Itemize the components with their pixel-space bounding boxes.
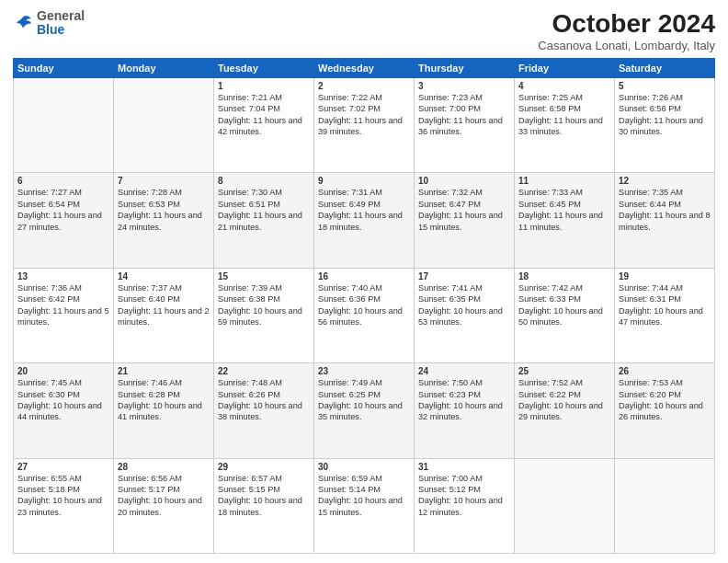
calendar-table: SundayMondayTuesdayWednesdayThursdayFrid… bbox=[13, 58, 715, 554]
day-info: Sunrise: 6:57 AMSunset: 5:15 PMDaylight:… bbox=[218, 473, 310, 519]
sunrise-text: Sunrise: 7:48 AM bbox=[218, 377, 310, 388]
daylight-text: Daylight: 11 hours and 11 minutes. bbox=[518, 210, 610, 233]
weekday-header-sunday: Sunday bbox=[14, 59, 114, 78]
calendar-day-cell: 3Sunrise: 7:23 AMSunset: 7:00 PMDaylight… bbox=[415, 78, 515, 173]
daylight-text: Daylight: 11 hours and 42 minutes. bbox=[218, 115, 310, 138]
sunset-text: Sunset: 7:02 PM bbox=[318, 103, 410, 114]
sunset-text: Sunset: 5:18 PM bbox=[17, 484, 109, 495]
calendar-day-cell: 6Sunrise: 7:27 AMSunset: 6:54 PMDaylight… bbox=[14, 173, 114, 268]
day-number: 14 bbox=[118, 271, 210, 282]
calendar-day-cell: 21Sunrise: 7:46 AMSunset: 6:28 PMDayligh… bbox=[114, 363, 214, 458]
daylight-text: Daylight: 10 hours and 32 minutes. bbox=[418, 400, 510, 423]
sunset-text: Sunset: 6:38 PM bbox=[218, 293, 310, 304]
calendar-day-cell: 15Sunrise: 7:39 AMSunset: 6:38 PMDayligh… bbox=[214, 268, 314, 362]
calendar-week-row: 6Sunrise: 7:27 AMSunset: 6:54 PMDaylight… bbox=[14, 173, 715, 268]
sunrise-text: Sunrise: 7:37 AM bbox=[118, 282, 210, 293]
calendar-day-cell: 11Sunrise: 7:33 AMSunset: 6:45 PMDayligh… bbox=[515, 173, 615, 268]
sunset-text: Sunset: 6:44 PM bbox=[619, 199, 711, 210]
day-number: 31 bbox=[418, 462, 510, 472]
day-number: 6 bbox=[17, 176, 109, 186]
calendar-title: October 2024 bbox=[538, 9, 715, 39]
sunrise-text: Sunrise: 7:31 AM bbox=[318, 187, 410, 198]
day-number: 16 bbox=[318, 271, 410, 282]
calendar-day-cell: 28Sunrise: 6:56 AMSunset: 5:17 PMDayligh… bbox=[114, 458, 214, 553]
sunset-text: Sunset: 6:30 PM bbox=[17, 389, 109, 400]
day-number: 24 bbox=[418, 366, 510, 376]
sunrise-text: Sunrise: 7:21 AM bbox=[218, 92, 310, 103]
title-block: October 2024 Casanova Lonati, Lombardy, … bbox=[538, 9, 715, 52]
sunset-text: Sunset: 5:15 PM bbox=[218, 484, 310, 495]
sunrise-text: Sunrise: 7:00 AM bbox=[418, 473, 510, 484]
sunrise-text: Sunrise: 7:44 AM bbox=[619, 282, 711, 293]
day-info: Sunrise: 7:00 AMSunset: 5:12 PMDaylight:… bbox=[418, 473, 510, 519]
day-number: 18 bbox=[518, 271, 610, 282]
daylight-text: Daylight: 10 hours and 18 minutes. bbox=[218, 495, 310, 518]
day-number: 12 bbox=[619, 176, 711, 186]
day-info: Sunrise: 7:46 AMSunset: 6:28 PMDaylight:… bbox=[118, 377, 210, 423]
sunset-text: Sunset: 6:33 PM bbox=[518, 293, 610, 304]
sunrise-text: Sunrise: 6:57 AM bbox=[218, 473, 310, 484]
day-info: Sunrise: 7:28 AMSunset: 6:53 PMDaylight:… bbox=[118, 187, 210, 233]
daylight-text: Daylight: 11 hours and 2 minutes. bbox=[118, 305, 210, 328]
daylight-text: Daylight: 10 hours and 15 minutes. bbox=[318, 495, 410, 518]
calendar-day-cell: 22Sunrise: 7:48 AMSunset: 6:26 PMDayligh… bbox=[214, 363, 314, 458]
day-info: Sunrise: 7:52 AMSunset: 6:22 PMDaylight:… bbox=[518, 377, 610, 423]
daylight-text: Daylight: 11 hours and 15 minutes. bbox=[418, 210, 510, 233]
sunset-text: Sunset: 6:49 PM bbox=[318, 199, 410, 210]
calendar-day-cell bbox=[615, 458, 715, 553]
sunrise-text: Sunrise: 7:45 AM bbox=[17, 377, 109, 388]
daylight-text: Daylight: 10 hours and 56 minutes. bbox=[318, 305, 410, 328]
sunset-text: Sunset: 6:25 PM bbox=[318, 389, 410, 400]
sunset-text: Sunset: 6:42 PM bbox=[17, 293, 109, 304]
day-info: Sunrise: 7:41 AMSunset: 6:35 PMDaylight:… bbox=[418, 282, 510, 328]
day-number: 26 bbox=[619, 366, 711, 376]
day-info: Sunrise: 7:32 AMSunset: 6:47 PMDaylight:… bbox=[418, 187, 510, 233]
daylight-text: Daylight: 11 hours and 30 minutes. bbox=[619, 115, 711, 138]
sunset-text: Sunset: 6:40 PM bbox=[118, 293, 210, 304]
calendar-day-cell: 30Sunrise: 6:59 AMSunset: 5:14 PMDayligh… bbox=[314, 458, 415, 553]
day-info: Sunrise: 7:26 AMSunset: 6:56 PMDaylight:… bbox=[619, 92, 711, 138]
daylight-text: Daylight: 10 hours and 26 minutes. bbox=[619, 400, 711, 423]
calendar-day-cell: 16Sunrise: 7:40 AMSunset: 6:36 PMDayligh… bbox=[314, 268, 415, 362]
sunrise-text: Sunrise: 7:46 AM bbox=[118, 377, 210, 388]
sunset-text: Sunset: 6:22 PM bbox=[518, 389, 610, 400]
calendar-day-cell: 1Sunrise: 7:21 AMSunset: 7:04 PMDaylight… bbox=[214, 78, 314, 173]
day-number: 7 bbox=[118, 176, 210, 186]
calendar-day-cell: 14Sunrise: 7:37 AMSunset: 6:40 PMDayligh… bbox=[114, 268, 214, 362]
calendar-day-cell bbox=[14, 78, 114, 173]
daylight-text: Daylight: 11 hours and 5 minutes. bbox=[17, 305, 109, 328]
daylight-text: Daylight: 11 hours and 33 minutes. bbox=[518, 115, 610, 138]
daylight-text: Daylight: 10 hours and 59 minutes. bbox=[218, 305, 310, 328]
daylight-text: Daylight: 10 hours and 23 minutes. bbox=[17, 495, 109, 518]
sunset-text: Sunset: 6:35 PM bbox=[418, 293, 510, 304]
day-number: 11 bbox=[518, 176, 610, 186]
day-info: Sunrise: 7:45 AMSunset: 6:30 PMDaylight:… bbox=[17, 377, 109, 423]
daylight-text: Daylight: 10 hours and 38 minutes. bbox=[218, 400, 310, 423]
daylight-text: Daylight: 10 hours and 53 minutes. bbox=[418, 305, 510, 328]
day-info: Sunrise: 7:31 AMSunset: 6:49 PMDaylight:… bbox=[318, 187, 410, 233]
sunrise-text: Sunrise: 6:59 AM bbox=[318, 473, 410, 484]
daylight-text: Daylight: 10 hours and 41 minutes. bbox=[118, 400, 210, 423]
sunset-text: Sunset: 6:28 PM bbox=[118, 389, 210, 400]
daylight-text: Daylight: 11 hours and 39 minutes. bbox=[318, 115, 410, 138]
sunset-text: Sunset: 6:45 PM bbox=[518, 199, 610, 210]
calendar-day-cell bbox=[114, 78, 214, 173]
day-number: 25 bbox=[518, 366, 610, 376]
day-number: 20 bbox=[17, 366, 109, 376]
calendar-day-cell: 25Sunrise: 7:52 AMSunset: 6:22 PMDayligh… bbox=[515, 363, 615, 458]
logo-bird-icon bbox=[13, 13, 33, 33]
daylight-text: Daylight: 10 hours and 47 minutes. bbox=[619, 305, 711, 328]
daylight-text: Daylight: 10 hours and 29 minutes. bbox=[518, 400, 610, 423]
calendar-day-cell: 13Sunrise: 7:36 AMSunset: 6:42 PMDayligh… bbox=[14, 268, 114, 362]
logo-text: General Blue bbox=[37, 9, 85, 38]
calendar-day-cell: 31Sunrise: 7:00 AMSunset: 5:12 PMDayligh… bbox=[415, 458, 515, 553]
calendar-day-cell: 9Sunrise: 7:31 AMSunset: 6:49 PMDaylight… bbox=[314, 173, 415, 268]
day-number: 13 bbox=[17, 271, 109, 282]
sunset-text: Sunset: 6:20 PM bbox=[619, 389, 711, 400]
sunrise-text: Sunrise: 7:49 AM bbox=[318, 377, 410, 388]
weekday-header-tuesday: Tuesday bbox=[214, 59, 314, 78]
weekday-header-monday: Monday bbox=[114, 59, 214, 78]
sunrise-text: Sunrise: 7:40 AM bbox=[318, 282, 410, 293]
sunset-text: Sunset: 6:53 PM bbox=[118, 199, 210, 210]
day-number: 9 bbox=[318, 176, 410, 186]
